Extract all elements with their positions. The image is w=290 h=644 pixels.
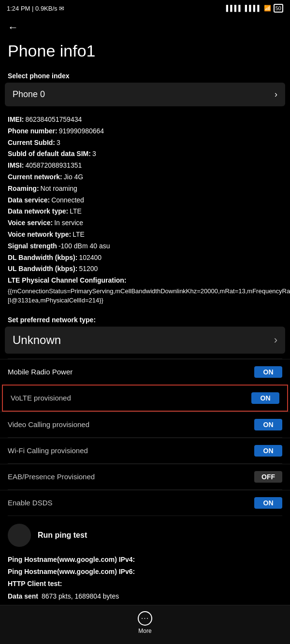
lte-config-label: LTE Physical Channel Configuration: (8, 275, 127, 286)
data-sent-value: 8673 pkts, 1689804 bytes (42, 590, 119, 602)
battery-level: 50 (276, 5, 281, 11)
video-calling-toggle[interactable]: ON (254, 419, 282, 430)
volte-provisioned-label: VoLTE provisioned (11, 394, 71, 402)
back-arrow-icon: ← (8, 21, 18, 33)
bottom-nav: ··· More (0, 605, 290, 644)
phone-number-label: Phone number: (8, 126, 58, 137)
wifi-calling-label: Wi-Fi Calling provisioned (8, 446, 88, 455)
status-network-speed: 0.9KB/s (35, 5, 58, 12)
voice-network-type-value: LTE (72, 229, 85, 241)
wifi-calling-row: Wi-Fi Calling provisioned ON (0, 438, 290, 463)
current-subid-value: 3 (57, 137, 60, 149)
status-bar: 1:24 PM | 0.9KB/s ✉ ▌▌▌▌ ▌▌▌▌ 📶 50 (0, 0, 290, 14)
signal-icon-2: ▌▌▌▌ (245, 5, 261, 12)
status-time-network: 1:24 PM | 0.9KB/s ✉ (7, 5, 64, 12)
mobile-radio-power-toggle[interactable]: ON (254, 366, 282, 378)
ping-avatar (8, 524, 31, 547)
ul-bandwidth-label: UL Bandwidth (kbps): (8, 263, 77, 275)
voice-network-type-label: Voice network type: (8, 229, 71, 241)
data-network-type-label: Data network type: (8, 206, 68, 217)
http-test-label: HTTP Client test: (8, 578, 62, 590)
dl-bandwidth-value: 102400 (79, 252, 102, 264)
preferred-network-value: Unknown (13, 333, 61, 347)
preferred-network-label: Set preferred network type: (0, 310, 290, 327)
data-sent-label: Data sent (8, 590, 38, 602)
data-service-value: Connected (51, 195, 84, 206)
volte-provisioned-toggle[interactable]: ON (251, 392, 279, 404)
enable-dsds-row: Enable DSDS ON (0, 490, 290, 515)
subid-default-value: 3 (92, 148, 96, 160)
current-subid-label: Current SubId: (8, 137, 55, 149)
eab-presence-label: EAB/Presence Provisioned (8, 472, 95, 481)
current-network-value: Jio 4G (64, 172, 83, 183)
imei-label: IMEI: (8, 114, 24, 126)
lte-config-value: {{mConnectionStatus=PrimaryServing,mCell… (8, 286, 290, 305)
video-calling-row: Video Calling provisioned ON (0, 412, 290, 437)
battery-icon: 50 (274, 4, 283, 13)
signal-icon: ▌▌▌▌ (226, 5, 243, 12)
imsi-value: 405872088931351 (25, 160, 82, 172)
roaming-label: Roaming: (8, 183, 39, 195)
status-icons: ▌▌▌▌ ▌▌▌▌ 📶 50 (226, 4, 283, 13)
chevron-right-icon-2: › (274, 334, 277, 346)
more-nav-item[interactable]: ··· More (138, 611, 152, 634)
enable-dsds-toggle[interactable]: ON (254, 497, 282, 509)
phone-index-value: Phone 0 (13, 89, 45, 100)
ping-test-section: Run ping test (0, 516, 290, 551)
current-network-label: Current network: (8, 172, 62, 183)
signal-strength-label: Signal strength (8, 241, 57, 252)
back-button[interactable]: ← (0, 14, 290, 37)
ipv4-ping-label: Ping Hostname(www.google.com) IPv4: (8, 554, 135, 566)
subid-default-label: SubId of default data SIM: (8, 148, 91, 160)
ipv6-ping-label: Ping Hostname(www.google.com) IPv6: (8, 566, 135, 578)
more-icon: ··· (138, 611, 152, 626)
phone-info-block: IMEI: 862384051759434 Phone number: 9199… (0, 114, 290, 310)
wifi-calling-toggle[interactable]: ON (254, 445, 282, 457)
mobile-radio-power-row: Mobile Radio Power ON (0, 359, 290, 385)
eab-presence-toggle[interactable]: OFF (254, 471, 282, 483)
video-calling-label: Video Calling provisioned (8, 420, 89, 429)
wifi-icon: 📶 (264, 5, 271, 12)
voice-service-value: In service (54, 217, 83, 229)
more-nav-label: More (138, 628, 151, 634)
run-ping-test-button[interactable]: Run ping test (38, 531, 87, 540)
preferred-network-dropdown[interactable]: Unknown › (5, 327, 285, 354)
volte-provisioned-row: VoLTE provisioned ON (2, 385, 288, 412)
eab-presence-row: EAB/Presence Provisioned OFF (0, 464, 290, 489)
ul-bandwidth-value: 51200 (79, 263, 98, 275)
phone-number-value: 919990980664 (59, 126, 104, 137)
voice-service-label: Voice service: (8, 217, 53, 229)
imei-value: 862384051759434 (25, 114, 82, 126)
chevron-right-icon: › (275, 89, 277, 100)
page-title: Phone info1 (0, 37, 290, 70)
phone-index-dropdown[interactable]: Phone 0 › (5, 83, 285, 106)
mobile-radio-power-label: Mobile Radio Power (8, 368, 72, 376)
ping-results-block: Ping Hostname(www.google.com) IPv4: Ping… (0, 551, 290, 610)
phone-index-label: Select phone index (0, 70, 290, 83)
status-time: 1:24 PM (7, 5, 30, 12)
imsi-label: IMSI: (8, 160, 24, 172)
signal-strength-value: -100 dBm 40 asu (58, 241, 110, 252)
roaming-value: Not roaming (41, 183, 77, 195)
data-network-type-value: LTE (70, 206, 82, 217)
enable-dsds-label: Enable DSDS (8, 499, 53, 507)
dl-bandwidth-label: DL Bandwidth (kbps): (8, 252, 77, 264)
data-service-label: Data service: (8, 195, 50, 206)
